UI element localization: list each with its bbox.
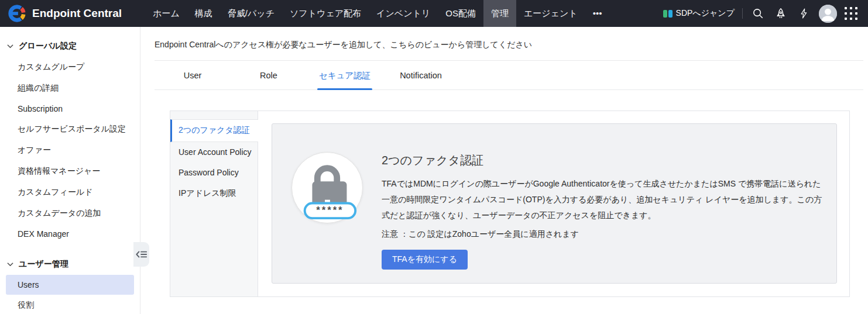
sidebar-item-self-service-portal[interactable]: セルフサービスポータル設定: [0, 119, 140, 140]
tab-notification[interactable]: Notification: [383, 61, 459, 89]
main-content: Endpoint Centralへのアクセス権が必要なユーザーを追加して、こちら…: [140, 27, 868, 314]
nav-item-more[interactable]: •••: [585, 0, 610, 27]
nav-item-agent[interactable]: エージェント: [516, 0, 585, 27]
navbar-divider: [742, 8, 743, 19]
quick-actions-flash-icon[interactable]: [796, 6, 811, 21]
sidebar-item-custom-data[interactable]: カスタムデータの追加: [0, 203, 140, 224]
tfa-card-text: 2つのファクタ認証 TFAではMDMにログインの際ユーザーがGoogle Aut…: [382, 152, 825, 283]
tfa-card: ***** 2つのファクタ認証 TFAではMDMにログインの際ユーザーがGoog…: [272, 123, 837, 284]
nav-item-home[interactable]: ホーム: [145, 0, 187, 27]
tfa-card-title: 2つのファクタ認証: [382, 153, 825, 168]
nav-item-software-deployment[interactable]: ソフトウェア配布: [282, 0, 369, 27]
sidebar-item-org-details[interactable]: 組織の詳細: [0, 78, 140, 99]
user-management-tabs: User Role セキュア認証 Notification: [155, 61, 863, 90]
nav-item-configuration[interactable]: 構成: [187, 0, 220, 27]
secure-auth-panel-body: ***** 2つのファクタ認証 TFAではMDMにログインの際ユーザーがGoog…: [258, 111, 849, 296]
sidebar-collapse-handle[interactable]: [133, 242, 149, 267]
sdp-jump-link[interactable]: SDPへジャンプ: [663, 8, 735, 19]
sidebar-item-dex-manager[interactable]: DEX Manager: [0, 224, 140, 244]
brand[interactable]: Endpoint Central: [7, 4, 122, 23]
page-description: Endpoint Centralへのアクセス権が必要なユーザーを追加して、こちら…: [155, 40, 863, 50]
admin-sidebar: グローバル設定 カスタムグループ 組織の詳細 Subscription セルフサ…: [0, 27, 140, 314]
enable-tfa-button[interactable]: TFAを有効にする: [382, 250, 468, 270]
password-mask-text: *****: [316, 205, 344, 216]
nav-item-os-deployment[interactable]: OS配備: [438, 0, 483, 27]
endpoint-central-logo-icon: [7, 4, 27, 23]
search-icon[interactable]: [750, 6, 766, 21]
user-avatar[interactable]: [819, 5, 837, 23]
sidebar-section-user-management[interactable]: ユーザー管理: [0, 253, 140, 275]
sidebar-item-custom-groups[interactable]: カスタムグループ: [0, 57, 140, 78]
sdp-jump-label: SDPへジャンプ: [676, 8, 735, 19]
secure-auth-panel: 2つのファクタ認証 User Account Policy Password P…: [170, 111, 850, 297]
brand-title: Endpoint Central: [32, 7, 122, 20]
whats-new-rocket-icon[interactable]: [773, 6, 788, 21]
sidebar-item-users[interactable]: Users: [6, 275, 134, 295]
sidebar-item-credential-manager[interactable]: 資格情報マネージャー: [0, 161, 140, 182]
sidebar-item-offers[interactable]: オファー: [0, 140, 140, 161]
nav-item-threats-patch[interactable]: 脅威/パッチ: [220, 0, 282, 27]
tab-user[interactable]: User: [155, 61, 231, 89]
collapse-sidebar-icon: [136, 250, 147, 258]
sdp-icon: [663, 10, 673, 18]
main-nav: ホーム 構成 脅威/パッチ ソフトウェア配布 インベントリ OS配備 管理 エー…: [145, 0, 609, 27]
tfa-card-body: TFAではMDMにログインの際ユーザーがGoogle Authenticator…: [382, 176, 825, 223]
sidebar-section-title: ユーザー管理: [19, 259, 68, 270]
sidebar-section-title: グローバル設定: [19, 41, 77, 51]
tab-secure-authentication[interactable]: セキュア認証: [307, 61, 383, 89]
secure-auth-subnav: 2つのファクタ認証 User Account Policy Password P…: [170, 111, 258, 296]
nav-item-admin[interactable]: 管理: [483, 0, 516, 27]
apps-grid-icon[interactable]: [845, 7, 857, 20]
sidebar-section-global-settings[interactable]: グローバル設定: [0, 35, 140, 57]
chevron-down-icon: [7, 44, 13, 49]
sidebar-item-custom-fields[interactable]: カスタムフィールド: [0, 182, 140, 203]
tab-role[interactable]: Role: [231, 61, 307, 89]
tfa-card-note: 注意 ：この 設定はZohoユーザー全員に適用されます: [382, 229, 825, 240]
subtab-password-policy[interactable]: Password Policy: [170, 163, 258, 183]
chevron-down-icon: [7, 262, 13, 267]
navbar-right: SDPへジャンプ: [663, 5, 861, 23]
subtab-ip-restriction[interactable]: IPアドレス制限: [170, 183, 258, 205]
subtab-two-factor-auth[interactable]: 2つのファクタ認証: [170, 119, 258, 142]
subtab-user-account-policy[interactable]: User Account Policy: [170, 142, 258, 163]
sidebar-item-subscription[interactable]: Subscription: [0, 99, 140, 119]
sidebar-item-roles[interactable]: 役割: [0, 295, 140, 314]
password-lock-icon: *****: [291, 152, 363, 223]
top-navbar: Endpoint Central ホーム 構成 脅威/パッチ ソフトウェア配布 …: [0, 0, 868, 27]
nav-item-inventory[interactable]: インベントリ: [369, 0, 438, 27]
